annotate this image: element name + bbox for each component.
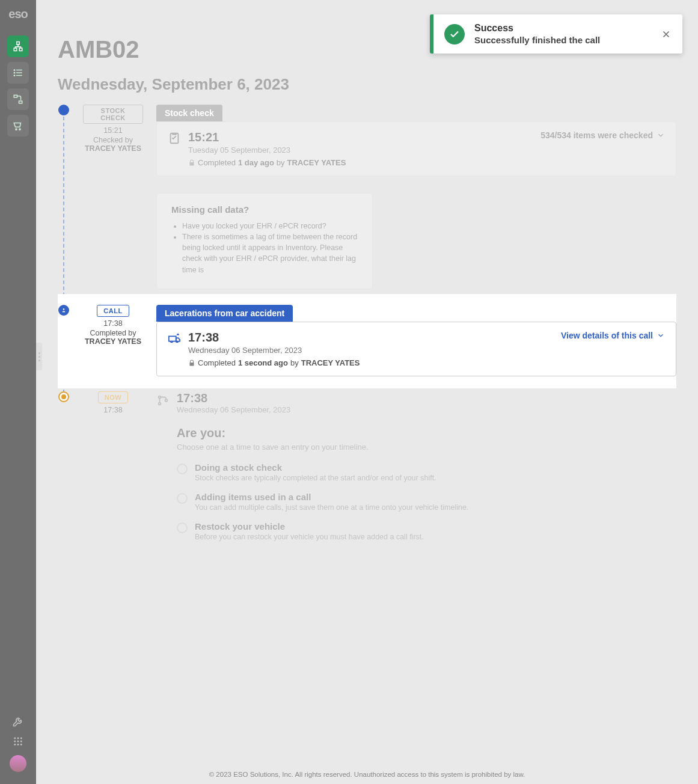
timeline-marker-icon	[58, 105, 69, 115]
success-toast: Success Successfully finished the call	[430, 14, 682, 54]
footer: © 2023 ESO Solutions, Inc. All rights re…	[36, 771, 698, 778]
close-icon[interactable]	[661, 29, 672, 40]
branch-icon	[156, 394, 170, 407]
svg-rect-2	[19, 48, 22, 51]
call-by-label: Completed by	[83, 329, 143, 337]
ambulance-icon	[168, 332, 181, 345]
svg-point-17	[17, 741, 19, 743]
stock-time: 15:21	[83, 126, 143, 135]
svg-point-13	[14, 737, 16, 739]
chevron-down-icon	[657, 331, 665, 340]
svg-point-7	[14, 72, 15, 73]
svg-point-14	[17, 737, 19, 739]
call-content: Lacerations from car accident 17:38 Wedn…	[156, 305, 676, 376]
nav-cart-icon[interactable]	[7, 115, 29, 136]
radio-icon	[177, 464, 188, 474]
timeline-info-stock: STOCK CHECK 15:21 Checked by TRACEY YATE…	[83, 105, 143, 289]
option-stock-check[interactable]: Doing a stock checkStock checks are typi…	[177, 462, 676, 482]
timeline-info-now: NOW 17:38	[83, 391, 143, 551]
nav-list-icon[interactable]	[7, 62, 29, 84]
call-card-status: Completed 1 second ago by TRACEY YATES	[188, 358, 360, 367]
nav-flow-icon[interactable]	[7, 88, 29, 110]
svg-point-15	[20, 737, 22, 739]
lock-icon	[188, 159, 195, 167]
svg-point-19	[14, 744, 16, 746]
svg-rect-27	[169, 336, 176, 341]
svg-point-26	[63, 308, 65, 310]
info-item: Have you locked your EHR / ePCR record?	[182, 221, 358, 231]
sidebar: eso	[0, 0, 36, 784]
toast-title: Success	[474, 23, 600, 34]
svg-point-8	[14, 75, 15, 76]
timeline-row-stock: STOCK CHECK 15:21 Checked by TRACEY YATE…	[58, 105, 676, 289]
now-content: 17:38 Wednesday 06 September, 2023 Are y…	[156, 391, 676, 551]
call-card[interactable]: 17:38 Wednesday 06 September, 2023 Compl…	[156, 322, 676, 376]
call-card-date: Wednesday 06 September, 2023	[188, 346, 360, 355]
svg-point-16	[14, 741, 16, 743]
call-card-time: 17:38	[188, 331, 360, 345]
radio-icon	[177, 493, 188, 504]
now-date: Wednesday 06 September, 2023	[177, 405, 290, 414]
svg-point-20	[17, 744, 19, 746]
svg-rect-1	[14, 48, 17, 51]
svg-point-11	[16, 129, 17, 130]
timeline-row-now: NOW 17:38 17:38 Wednesday 06 September, …	[58, 391, 676, 551]
apps-icon[interactable]	[13, 736, 23, 747]
timeline-info-call: CALL 17:38 Completed by TRACEY YATES	[83, 305, 143, 376]
toast-message: Successfully finished the call	[474, 35, 600, 45]
call-time: 17:38	[83, 319, 143, 328]
call-marker-icon	[58, 305, 69, 316]
info-item: There is sometimes a lag of time between…	[182, 231, 358, 275]
prompt-sub: Choose one at a time to save an entry on…	[177, 443, 676, 452]
timeline-row-call: CALL 17:38 Completed by TRACEY YATES Lac…	[58, 294, 676, 388]
prompt-title: Are you:	[177, 426, 676, 440]
brand-logo: eso	[8, 7, 27, 21]
svg-point-25	[165, 399, 168, 402]
option-restock[interactable]: Restock your vehicleBefore you can resto…	[177, 521, 676, 541]
nav-icons	[7, 35, 29, 136]
svg-point-24	[159, 402, 161, 405]
svg-rect-0	[17, 42, 20, 45]
stock-badge: STOCK CHECK	[83, 105, 143, 124]
svg-point-18	[20, 741, 22, 743]
stock-by-label: Checked by	[83, 136, 143, 144]
view-call-details-link[interactable]: View details of this call	[561, 331, 665, 340]
avatar[interactable]	[10, 755, 26, 772]
call-by-name: TRACEY YATES	[83, 337, 143, 346]
nav-hierarchy-icon[interactable]	[7, 35, 29, 57]
stock-card[interactable]: 15:21 Tuesday 05 September, 2023 Complet…	[156, 121, 676, 176]
call-header: Lacerations from car accident	[156, 305, 293, 322]
call-badge: CALL	[97, 305, 129, 317]
stock-card-time: 15:21	[188, 130, 346, 144]
wrench-icon[interactable]	[12, 715, 24, 727]
stock-content: Stock check 15:21 Tuesday 05 September, …	[156, 105, 676, 289]
now-badge-time: 17:38	[83, 406, 143, 414]
stock-items-link[interactable]: 534/534 items were checked	[540, 130, 665, 140]
missing-data-box: Missing call data? Have you locked your …	[156, 193, 373, 289]
stock-card-date: Tuesday 05 September, 2023	[188, 145, 346, 155]
svg-point-23	[159, 396, 161, 398]
svg-rect-10	[19, 101, 22, 103]
svg-point-6	[14, 70, 15, 71]
now-prompt: Are you: Choose one at a time to save an…	[177, 426, 676, 541]
now-time: 17:38	[177, 391, 290, 405]
stock-header: Stock check	[156, 105, 222, 121]
clipboard-icon	[168, 132, 181, 145]
radio-icon	[177, 522, 188, 533]
now-marker-icon	[58, 391, 69, 402]
page-date: Wednesday, September 6, 2023	[58, 75, 676, 94]
option-adding-call[interactable]: Adding items used in a callYou can add m…	[177, 492, 676, 512]
lock-icon	[188, 360, 195, 367]
info-title: Missing call data?	[171, 204, 358, 215]
svg-point-21	[20, 744, 22, 746]
now-badge: NOW	[98, 391, 128, 403]
stock-card-status: Completed 1 day ago by TRACEY YATES	[188, 158, 346, 167]
svg-point-12	[19, 129, 20, 130]
chevron-down-icon	[657, 131, 665, 139]
sidebar-bottom	[10, 715, 26, 784]
main: AMB02 Wednesday, September 6, 2023 STOCK…	[36, 0, 698, 784]
svg-rect-9	[14, 95, 17, 97]
stock-by-name: TRACEY YATES	[83, 144, 143, 153]
check-icon	[444, 24, 465, 44]
